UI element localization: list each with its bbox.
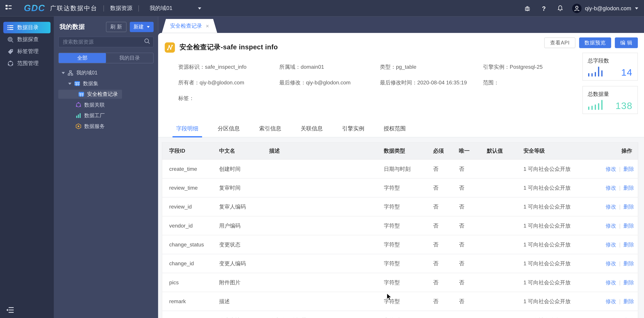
cell-required: 否 <box>433 160 459 178</box>
close-icon[interactable]: × <box>206 23 209 29</box>
cell-desc <box>269 254 384 273</box>
new-button[interactable]: 新建 <box>130 22 154 32</box>
cell-level: 1 可向社会公众开放 <box>524 160 606 178</box>
tree-item[interactable]: 安全检查记录 <box>58 90 122 99</box>
edit-link[interactable]: 修改 <box>606 241 616 248</box>
collapse-sidebar-button[interactable] <box>6 307 14 315</box>
tree-item-label: 数据服务 <box>84 123 105 130</box>
edit-link[interactable]: 修改 <box>606 204 616 210</box>
edit-link[interactable]: 修改 <box>606 317 616 318</box>
menu-toggle-button[interactable] <box>0 0 17 17</box>
delete-link[interactable]: 删除 <box>624 204 634 210</box>
domain-select-label: 我的域01 <box>150 5 172 12</box>
tab-分区信息[interactable]: 分区信息 <box>214 125 244 137</box>
edit-link[interactable]: 修改 <box>606 298 616 304</box>
search-input[interactable] <box>62 39 144 45</box>
edit-link[interactable]: 修改 <box>606 222 616 229</box>
cell-unique: 否 <box>459 311 487 318</box>
mini-bar-chart <box>588 100 602 110</box>
segment-all[interactable]: 全部 <box>59 53 106 63</box>
catalog-icon <box>8 25 14 31</box>
sidebar-item-label: 数据目录 <box>17 24 39 31</box>
delete-link[interactable]: 删除 <box>624 298 634 304</box>
cell-default <box>487 197 524 216</box>
delete-link[interactable]: 删除 <box>624 185 634 191</box>
table-column-header: 必须 <box>433 143 459 160</box>
sidebar-item-scope[interactable]: 范围管理 <box>3 58 50 69</box>
tree-item[interactable]: 我的域01 <box>58 68 102 77</box>
table-column-header: 中文名 <box>219 143 269 160</box>
action-button[interactable]: 查看API <box>544 37 576 48</box>
edit-link[interactable]: 修改 <box>606 279 616 285</box>
bar <box>601 70 602 77</box>
delete-link[interactable]: 删除 <box>624 241 634 248</box>
tab-字段明细[interactable]: 字段明细 <box>172 125 202 137</box>
tab-引擎实例[interactable]: 引擎实例 <box>338 125 368 137</box>
meta-item: 最后修改时间：2020-08-04 16:35:19 <box>380 79 483 86</box>
tree-item[interactable]: 数据关联 <box>58 100 109 109</box>
action-button[interactable]: 数据预览 <box>579 37 611 48</box>
service-icon <box>76 123 81 129</box>
page-title: 安全检查记录-safe inspect info <box>180 43 278 52</box>
bell-icon[interactable] <box>557 5 564 12</box>
tree-item[interactable]: 数据服务 <box>58 122 109 131</box>
table-row: change_status变更状态字符型否否1 可向社会公众开放修改|删除 <box>162 235 638 254</box>
table-column-header: 字段ID <box>162 143 219 160</box>
caret-down-icon <box>147 26 150 28</box>
delete-link[interactable]: 删除 <box>624 279 634 285</box>
help-icon[interactable]: ? <box>540 5 547 12</box>
edit-link[interactable]: 修改 <box>606 260 616 266</box>
cell-unique: 否 <box>459 235 487 254</box>
cell-desc <box>269 273 384 292</box>
cell-name: 用户编码 <box>219 216 269 235</box>
segment-my-catalog[interactable]: 我的目录 <box>106 53 153 63</box>
caret-down-icon[interactable] <box>635 7 638 9</box>
meta-value: 2020-08-04 16:35:19 <box>417 80 467 86</box>
tab-关联信息[interactable]: 关联信息 <box>297 125 326 137</box>
tree-item[interactable]: 数据工厂 <box>58 111 109 120</box>
edit-link[interactable]: 修改 <box>606 185 616 191</box>
bar <box>591 73 592 77</box>
cell-id: review_time <box>162 178 219 197</box>
meta-label: 最后修改： <box>279 80 306 86</box>
tree-caret-icon[interactable] <box>62 72 65 74</box>
delete-link[interactable]: 删除 <box>624 222 634 229</box>
edit-link[interactable]: 修改 <box>606 166 616 172</box>
delete-link[interactable]: 删除 <box>624 260 634 266</box>
meta-value: domain01 <box>301 64 324 70</box>
tree-item-label: 我的域01 <box>76 69 98 76</box>
search-icon[interactable] <box>144 38 150 46</box>
cell-id: remark <box>162 292 219 311</box>
meta-label: 资源标识： <box>178 64 205 70</box>
cell-desc <box>269 235 384 254</box>
sidebar: 数据目录数据探查标签管理范围管理 <box>0 17 54 318</box>
cell-default <box>487 178 524 197</box>
bar <box>591 106 592 110</box>
user-email[interactable]: qiy-b@glodon.com <box>585 5 631 12</box>
action-divider: | <box>619 204 620 210</box>
new-button-label: 新建 <box>134 23 144 30</box>
delete-link[interactable]: 删除 <box>624 166 634 172</box>
mini-bar-chart <box>588 67 602 77</box>
delete-link[interactable]: 删除 <box>624 317 634 318</box>
document-tab[interactable]: 安全检查记录 × <box>162 19 217 33</box>
sidebar-item-explore[interactable]: 数据探查 <box>3 34 50 45</box>
topbar-nav-data-resource[interactable]: 数据资源 <box>110 5 132 12</box>
tab-索引信息[interactable]: 索引信息 <box>256 125 285 137</box>
fields-table: 字段ID中文名描述数据类型必须唯一默认值安全等级操作 create_time创建… <box>162 142 638 318</box>
sidebar-item-tag[interactable]: 标签管理 <box>3 46 50 57</box>
refresh-button[interactable]: 刷 新 <box>106 22 126 32</box>
action-button[interactable]: 编 辑 <box>615 37 638 48</box>
table-column-header: 默认值 <box>487 143 524 160</box>
scope-icon <box>8 60 14 67</box>
table-row: change_id变更人编码字符型否否1 可向社会公众开放修改|删除 <box>162 254 638 273</box>
domain-select[interactable]: 我的域01 <box>150 5 202 12</box>
tree-item[interactable]: 数据集 <box>58 79 102 88</box>
tree-caret-icon[interactable] <box>68 83 72 85</box>
cell-type: 字符型 <box>384 273 433 292</box>
cell-name: 创建时间 <box>219 160 269 178</box>
cell-required: 否 <box>433 216 459 235</box>
bug-icon[interactable] <box>524 5 531 12</box>
sidebar-item-catalog[interactable]: 数据目录 <box>3 22 50 33</box>
tab-授权范围[interactable]: 授权范围 <box>380 125 410 137</box>
